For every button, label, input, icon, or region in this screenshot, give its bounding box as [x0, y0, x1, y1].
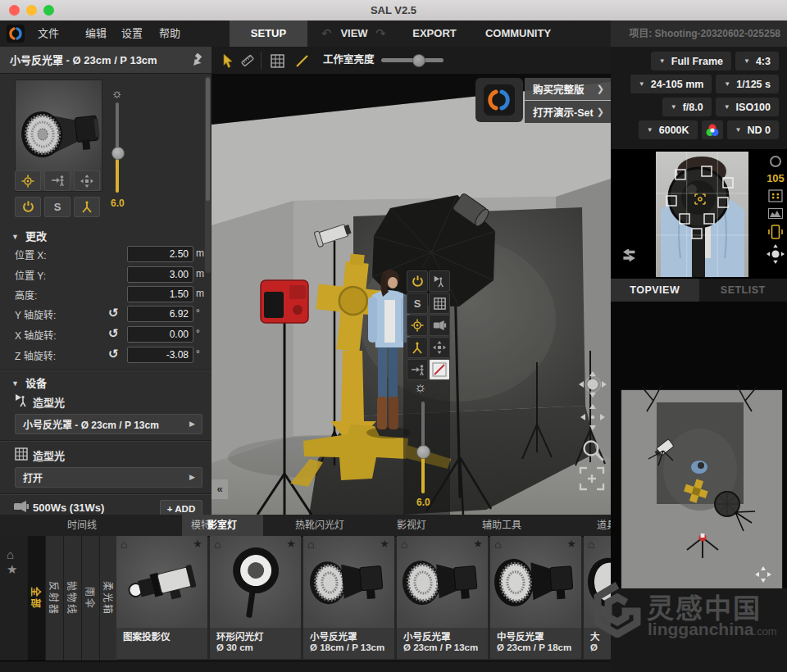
menu-file[interactable]: 文件 — [33, 20, 64, 47]
studio-brightness-slider-handle[interactable] — [412, 54, 425, 67]
modeling-light-state-dropdown[interactable]: 打开▶ — [15, 467, 202, 488]
rot-y-input[interactable]: 6.92 — [127, 306, 193, 322]
undo-icon[interactable]: ↶ — [321, 20, 332, 47]
menu-settings[interactable]: 设置 — [116, 20, 148, 47]
white-balance-dropdown[interactable]: ▼6000K — [639, 120, 698, 139]
category-umbrellas[interactable]: 雨伞 — [81, 536, 99, 661]
menu-edit[interactable]: 编辑 — [80, 20, 111, 47]
camera-preview[interactable]: 105 — [611, 149, 787, 279]
category-reflectors[interactable]: 反射器 — [45, 536, 63, 661]
pos-y-input[interactable]: 3.00 — [127, 266, 193, 283]
palette-tripod-button[interactable] — [407, 337, 428, 358]
swap-view-icon[interactable] — [621, 249, 639, 266]
home-icon[interactable]: ⌂ — [588, 538, 594, 551]
measure-ruler-tool[interactable] — [238, 51, 257, 70]
tab-export[interactable]: EXPORT — [408, 20, 461, 47]
home-filter-icon[interactable]: ⌂ — [7, 547, 14, 561]
tab-view[interactable]: VIEW — [334, 20, 374, 47]
home-icon[interactable]: ⌂ — [121, 538, 127, 551]
solo-button[interactable]: S — [44, 197, 71, 217]
camera-joystick-control[interactable] — [767, 243, 785, 265]
collapse-left-panel-button[interactable]: « — [212, 479, 228, 499]
add-light-button[interactable]: + ADD — [160, 500, 202, 515]
zoom-control[interactable] — [580, 437, 606, 463]
home-icon[interactable]: ⌂ — [214, 538, 221, 551]
lens-dropdown[interactable]: ▼24-105 mm — [630, 75, 712, 93]
line-tool[interactable] — [292, 51, 312, 70]
studio-brightness-slider[interactable] — [381, 58, 444, 62]
power-toggle-button[interactable] — [15, 197, 41, 217]
reset-rotation-icon[interactable]: ↺ — [108, 306, 119, 320]
category-softboxes[interactable]: 柔光箱 — [99, 536, 117, 661]
palette-solo-button[interactable]: S — [407, 293, 428, 314]
rot-z-input[interactable]: -3.08 — [127, 347, 193, 363]
product-card-large-reflector[interactable]: ⌂ 大 Ø — [584, 536, 611, 659]
menu-help[interactable]: 帮助 — [154, 20, 185, 47]
tab-props[interactable]: 道具 — [597, 515, 611, 536]
focal-length-badge[interactable]: 105 — [767, 172, 785, 184]
tab-timeline[interactable]: 时间线 — [67, 515, 97, 536]
product-card-medium-reflector[interactable]: ⌂ ★ 中号反光罩 Ø 23cm / P 18cm — [490, 536, 581, 659]
focus-target-button[interactable] — [15, 170, 41, 191]
redo-icon[interactable]: ↷ — [375, 20, 386, 47]
tab-setlist[interactable]: SETLIST — [699, 279, 787, 302]
topview-map[interactable] — [611, 302, 787, 588]
home-icon[interactable]: ⌂ — [307, 538, 314, 551]
center-focus-control[interactable] — [578, 465, 606, 492]
pin-icon[interactable] — [192, 53, 203, 66]
category-all[interactable]: 全部 — [27, 536, 45, 661]
tab-topview[interactable]: TOPVIEW — [611, 279, 699, 302]
palette-grid-button[interactable] — [429, 293, 450, 314]
star-icon[interactable]: ★ — [473, 538, 483, 550]
tab-speedlights[interactable]: 热靴闪光灯 — [295, 515, 344, 536]
home-icon[interactable]: ⌂ — [401, 538, 407, 551]
tab-studio-lights[interactable]: 影室灯 — [207, 515, 237, 536]
scene-light-slider-handle[interactable] — [416, 445, 430, 459]
exposure-circle-icon[interactable] — [767, 155, 785, 168]
rot-x-input[interactable]: 0.00 — [127, 326, 193, 343]
light-intensity-slider-handle[interactable] — [111, 147, 125, 160]
tab-tools[interactable]: 辅助工具 — [482, 515, 521, 536]
select-cursor-tool[interactable] — [218, 51, 238, 70]
tripod-button[interactable] — [74, 197, 100, 217]
product-card-projector[interactable]: ⌂ ★ 图案投影仪 — [116, 536, 207, 659]
focus-points-icon[interactable] — [767, 189, 785, 202]
home-icon[interactable]: ⌂ — [494, 538, 501, 551]
section-equipment[interactable]: ▼设备 — [11, 375, 47, 390]
palette-power-button[interactable] — [407, 270, 428, 292]
height-input[interactable]: 1.50 — [127, 286, 193, 302]
tab-community[interactable]: COMMUNITY — [479, 20, 557, 47]
iso-dropdown[interactable]: ▼ISO100 — [716, 98, 779, 116]
category-parabolic[interactable]: 抛物线 — [63, 536, 81, 661]
aperture-dropdown[interactable]: ▼f/8.0 — [662, 98, 712, 116]
grid-toggle-tool[interactable] — [267, 51, 287, 70]
tab-video-lights[interactable]: 影视灯 — [397, 515, 426, 536]
product-card-ringflash[interactable]: ⌂ ★ 环形闪光灯 Ø 30 cm — [210, 536, 301, 659]
open-demo-set-button[interactable]: 打开演示-Set❯ — [525, 101, 611, 123]
star-filter-icon[interactable]: ★ — [7, 562, 17, 577]
point-at-model-button[interactable] — [44, 170, 71, 191]
sensor-format-dropdown[interactable]: ▼Full Frame — [651, 52, 731, 70]
reset-rotation-icon[interactable]: ↺ — [108, 347, 119, 361]
star-icon[interactable]: ★ — [286, 538, 296, 550]
section-change[interactable]: ▼更改 — [11, 228, 47, 243]
shutter-speed-dropdown[interactable]: ▼1/125 s — [716, 75, 779, 93]
aspect-ratio-dropdown[interactable]: ▼4:3 — [735, 52, 779, 70]
buy-full-version-button[interactable]: 购买完整版❯ — [525, 78, 611, 100]
reset-rotation-icon[interactable]: ↺ — [108, 326, 119, 341]
light-modifier-dropdown[interactable]: 小号反光罩 - Ø 23cm / P 13cm▶ — [15, 414, 202, 434]
rgb-color-button[interactable] — [702, 120, 723, 139]
pan-camera-control[interactable] — [580, 403, 606, 431]
palette-modeling-light-button[interactable] — [429, 270, 450, 292]
orientation-frame-icon[interactable] — [767, 225, 785, 239]
palette-no-gel-button[interactable] — [429, 359, 450, 380]
product-card-small-reflector-23[interactable]: ⌂ ★ 小号反光罩 Ø 23cm / P 13cm — [397, 536, 488, 659]
nd-filter-dropdown[interactable]: ▼ND 0 — [727, 120, 779, 139]
star-icon[interactable]: ★ — [193, 538, 202, 550]
star-icon[interactable]: ★ — [566, 538, 576, 550]
pos-x-input[interactable]: 2.50 — [127, 246, 193, 262]
star-icon[interactable]: ★ — [380, 538, 389, 550]
palette-move-button[interactable] — [429, 337, 450, 358]
left-panel-scrollbar[interactable] — [205, 76, 211, 273]
palette-point-at-model-button[interactable] — [407, 359, 428, 380]
